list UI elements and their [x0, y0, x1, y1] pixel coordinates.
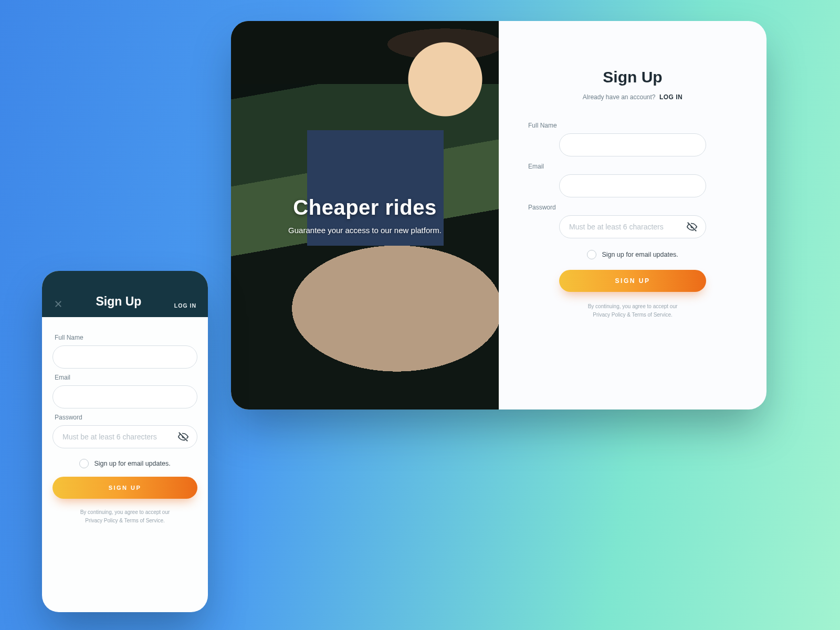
legal-line-2: Privacy Policy & Terms of Service.: [593, 312, 673, 318]
mobile-eye-off-icon[interactable]: [177, 431, 189, 443]
legal-text: By continuing, you agree to accept our P…: [570, 302, 696, 319]
login-prompt: Already have an account? LOG IN: [583, 93, 682, 101]
mobile-password-row: [52, 425, 197, 448]
email-optin-checkbox[interactable]: [587, 250, 596, 259]
mobile-email-optin-checkbox[interactable]: [79, 459, 89, 468]
desktop-signup-card: Cheaper rides Guarantee your access to o…: [231, 21, 766, 410]
mobile-login-link[interactable]: LOG IN: [174, 302, 196, 309]
password-label: Password: [528, 204, 675, 211]
hero-panel: Cheaper rides Guarantee your access to o…: [231, 21, 499, 410]
email-optin-label: Sign up for email updates.: [602, 251, 678, 258]
mobile-fullname-input[interactable]: [52, 345, 197, 369]
mobile-header: Sign Up LOG IN: [42, 271, 208, 317]
mobile-legal-line-2: Privacy Policy & Terms of Service.: [85, 518, 165, 523]
mobile-form-body: Full Name Email Password Sign up for ema…: [42, 317, 208, 612]
mobile-email-optin-row: Sign up for email updates.: [79, 459, 170, 468]
mobile-legal-text: By continuing, you agree to accept our P…: [70, 508, 180, 525]
password-input[interactable]: [559, 215, 706, 238]
login-link[interactable]: LOG IN: [659, 93, 682, 101]
email-input[interactable]: [559, 174, 706, 197]
signup-button[interactable]: SIGN UP: [559, 270, 706, 292]
mobile-email-input[interactable]: [52, 385, 197, 408]
mobile-fullname-label: Full Name: [55, 334, 83, 341]
already-have-account-text: Already have an account?: [583, 93, 656, 101]
mobile-signup-title: Sign Up: [96, 295, 141, 309]
eye-off-icon[interactable]: [686, 221, 698, 233]
signup-form-pane: Sign Up Already have an account? LOG IN …: [499, 21, 766, 410]
mobile-legal-line-1: By continuing, you agree to accept our: [80, 509, 170, 515]
mobile-password-label: Password: [55, 414, 82, 421]
hero-title: Cheaper rides: [293, 196, 436, 219]
email-optin-row: Sign up for email updates.: [587, 250, 678, 259]
mobile-email-optin-label: Sign up for email updates.: [94, 460, 170, 467]
mobile-email-label: Email: [55, 374, 70, 381]
signup-title: Sign Up: [603, 68, 662, 86]
password-row: [559, 215, 706, 238]
fullname-label: Full Name: [528, 122, 675, 129]
legal-line-1: By continuing, you agree to accept our: [588, 303, 678, 309]
mobile-signup-card: Sign Up LOG IN Full Name Email Password …: [42, 271, 208, 612]
mobile-signup-button[interactable]: SIGN UP: [52, 477, 197, 499]
hero-subtitle: Guarantee your access to our new platfor…: [288, 226, 442, 235]
fullname-input[interactable]: [559, 133, 706, 156]
email-label: Email: [528, 163, 675, 170]
mobile-password-input[interactable]: [52, 425, 197, 448]
close-icon[interactable]: [54, 299, 63, 309]
